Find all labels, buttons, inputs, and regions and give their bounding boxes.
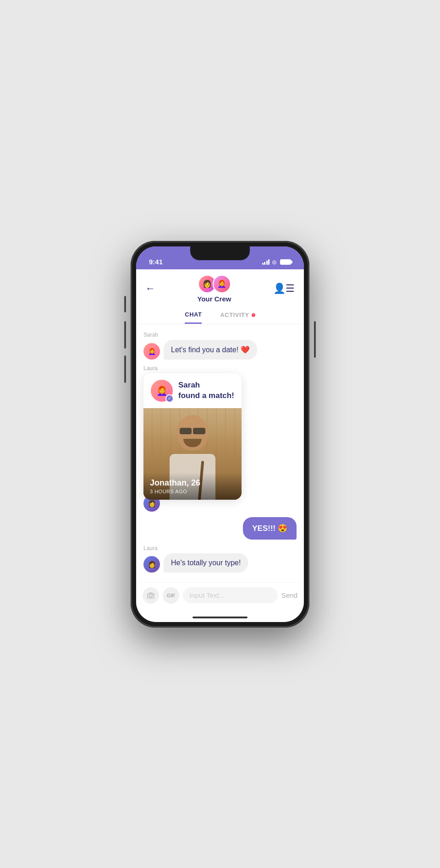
input-placeholder: Input Text... (189, 591, 225, 599)
gif-label: GIF (167, 593, 175, 598)
notch (190, 246, 250, 260)
text-input[interactable]: Input Text... (183, 587, 278, 603)
signal-bar-2 (264, 262, 265, 265)
mute-button (124, 296, 126, 312)
volume-up-button (124, 321, 126, 349)
match-card-title: Sarahfound a match! (178, 380, 234, 400)
match-card-wrapper: 👩‍🦰 ✓ Sarahfound a match! (143, 373, 242, 512)
laura-avatar-2: 👩 (143, 556, 160, 573)
tab-activity[interactable]: ACTIVITY (220, 311, 255, 324)
message-bubble-4: He's totally your type! (164, 553, 248, 573)
volume-down-button (124, 355, 126, 383)
match-card-header: 👩‍🦰 ✓ Sarahfound a match! (143, 373, 242, 408)
battery-icon (280, 259, 291, 265)
header-center: 👩 👩‍🦰 Your Crew (198, 275, 231, 303)
wifi-icon: ⊜ (272, 259, 277, 266)
status-time: 9:41 (149, 258, 163, 266)
sender-name-laura-2: Laura (143, 545, 248, 551)
sender-name-sarah: Sarah (143, 332, 257, 338)
tab-bar: CHAT ACTIVITY (145, 306, 295, 324)
crew-name: Your Crew (198, 295, 231, 303)
gif-button[interactable]: GIF (163, 587, 179, 604)
svg-point-0 (149, 594, 153, 597)
phone-frame: 9:41 ⊜ ← (131, 241, 309, 628)
avatar-person-2: 👩‍🦰 (213, 275, 231, 293)
signal-bar-3 (266, 261, 268, 265)
match-person-name: Jonathan, 26 (150, 478, 235, 488)
match-photo: Jonathan, 26 3 HOURS AGO (143, 408, 242, 500)
phone-screen: 9:41 ⊜ ← (136, 246, 304, 622)
home-indicator (136, 613, 304, 622)
message-row-1: 👩‍🦰 Let's find you a date! ❤️ (143, 340, 257, 360)
status-icons: ⊜ (262, 259, 292, 266)
match-avatar-wrap: 👩‍🦰 ✓ (151, 380, 173, 402)
message-2: Laura 👩‍🦰 ✓ Sarahfound a (143, 365, 242, 512)
activity-notification-dot (252, 313, 255, 317)
sender-name-laura: Laura (143, 365, 242, 371)
message-1: Sarah 👩‍🦰 Let's find you a date! ❤️ (143, 332, 257, 360)
sarah-avatar: 👩‍🦰 (143, 343, 160, 360)
message-row-4: 👩 He's totally your type! (143, 553, 248, 573)
message-4: Laura 👩 He's totally your type! (143, 545, 248, 573)
message-bubble-1: Let's find you a date! ❤️ (164, 340, 257, 360)
camera-icon (147, 592, 154, 599)
crew-avatars: 👩 👩‍🦰 (198, 275, 231, 293)
input-area: GIF Input Text... Send (136, 582, 304, 613)
message-row-2: 👩‍🦰 ✓ Sarahfound a match! (143, 373, 242, 512)
home-bar (192, 617, 248, 618)
match-check-icon: ✓ (165, 394, 174, 403)
match-info-overlay: Jonathan, 26 3 HOURS AGO (143, 473, 242, 500)
contacts-icon[interactable]: 👤☰ (273, 283, 295, 295)
message-3: YES!!! 😍 (243, 517, 297, 540)
signal-icon (262, 259, 270, 265)
battery-fill (281, 260, 290, 264)
power-button (314, 321, 316, 358)
camera-button[interactable] (143, 587, 159, 604)
signal-bar-1 (262, 263, 264, 265)
send-button[interactable]: Send (281, 591, 297, 599)
back-button[interactable]: ← (145, 283, 155, 295)
header-top: ← 👩 👩‍🦰 Your Crew 👤☰ (145, 275, 295, 303)
match-card[interactable]: 👩‍🦰 ✓ Sarahfound a match! (143, 373, 242, 500)
message-bubble-3: YES!!! 😍 (243, 517, 297, 540)
match-time: 3 HOURS AGO (150, 489, 235, 494)
signal-bar-4 (268, 259, 270, 265)
chat-header: ← 👩 👩‍🦰 Your Crew 👤☰ CHAT (136, 269, 304, 324)
chat-area: Sarah 👩‍🦰 Let's find you a date! ❤️ Laur… (136, 324, 304, 582)
tab-chat[interactable]: CHAT (185, 311, 202, 324)
